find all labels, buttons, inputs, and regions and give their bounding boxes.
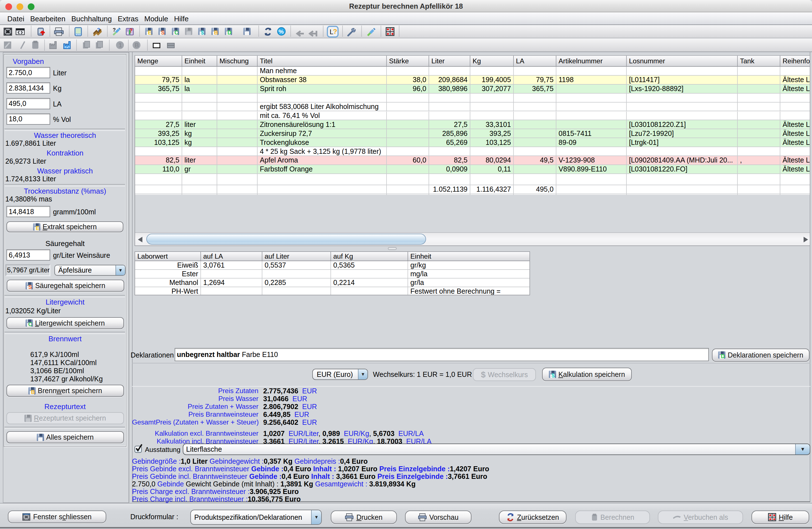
- svg-text:1: 1: [119, 42, 122, 49]
- svg-text:%: %: [278, 28, 284, 35]
- svg-text:?: ?: [113, 27, 116, 33]
- svg-text:B: B: [134, 42, 139, 49]
- svg-text:?: ?: [129, 28, 133, 34]
- svg-text:?: ?: [97, 27, 100, 33]
